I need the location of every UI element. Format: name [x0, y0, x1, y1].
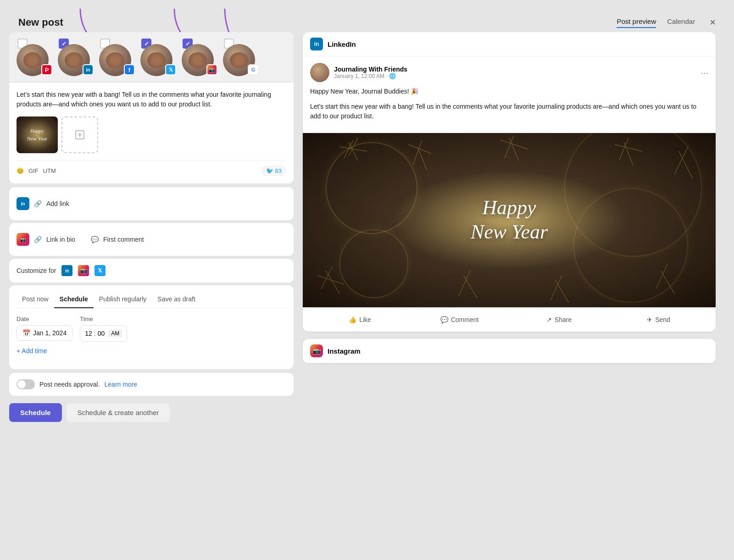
send-label: Send: [655, 316, 670, 323]
modal-title: New post: [18, 17, 63, 28]
chain-icon-bio: 🔗: [34, 236, 42, 243]
link-in-bio-label: Link in bio: [46, 236, 75, 243]
account-instagram[interactable]: 📷: [182, 38, 218, 74]
tab-publish-regularly[interactable]: Publish regularly: [94, 293, 152, 308]
date-group: Date 📅 Jan 1, 2024: [17, 316, 72, 342]
svg-line-20: [674, 147, 688, 174]
date-value: Jan 1, 2024: [33, 329, 67, 337]
comment-action[interactable]: 💬 Comment: [410, 312, 509, 327]
customize-label: Customize for: [17, 267, 56, 274]
chain-icon: 🔗: [34, 200, 42, 207]
gif-button[interactable]: GIF: [28, 167, 39, 174]
instagram-icon-bio: 📷: [17, 233, 29, 246]
time-minute: 00: [98, 330, 105, 337]
schedule-another-button[interactable]: Schedule & create another: [67, 403, 170, 422]
twitter-icon: 🐦: [266, 167, 273, 174]
utm-button[interactable]: UTM: [43, 167, 56, 174]
tab-calendar[interactable]: Calendar: [667, 17, 695, 28]
close-button[interactable]: ×: [710, 17, 716, 28]
badge-pinterest: P: [41, 64, 52, 75]
send-action[interactable]: ✈ Send: [609, 312, 708, 327]
account-google[interactable]: G: [223, 38, 260, 74]
svg-line-19: [679, 151, 693, 179]
tweet-char-count: 83: [275, 167, 282, 174]
linkedin-platform-header: in LinkedIn: [303, 32, 716, 56]
accounts-container: P in f: [9, 32, 294, 82]
svg-line-13: [509, 138, 518, 161]
schedule-button[interactable]: Schedule: [9, 403, 62, 422]
like-action[interactable]: 👍 Like: [310, 312, 410, 327]
media-thumbnail[interactable]: Happy New Year: [17, 116, 58, 153]
time-input[interactable]: 12 : 00 AM: [80, 325, 127, 342]
date-input[interactable]: 📅 Jan 1, 2024: [17, 325, 72, 341]
tab-schedule[interactable]: Schedule: [54, 293, 94, 308]
send-icon: ✈: [647, 316, 652, 323]
svg-line-29: [656, 264, 667, 289]
time-colon: :: [94, 330, 96, 337]
modal-body: P in f: [9, 32, 725, 550]
linkedin-icon: in: [17, 197, 29, 210]
add-media-button[interactable]: [61, 116, 98, 153]
customize-twitter-icon[interactable]: 𝕏: [95, 265, 106, 276]
account-facebook[interactable]: f: [99, 38, 136, 74]
preview-image: Happy New Year: [303, 133, 716, 307]
ampm-button[interactable]: AM: [108, 329, 122, 338]
like-label: Like: [359, 316, 371, 323]
svg-line-15: [500, 140, 528, 149]
add-link-label: Add link: [46, 200, 69, 207]
date-time-row: Date 📅 Jan 1, 2024 Time 12 : 00 AM: [17, 316, 286, 342]
account-pinterest[interactable]: P: [17, 38, 53, 74]
svg-line-14: [505, 135, 514, 158]
linkedin-add-link[interactable]: in 🔗 Add link: [17, 194, 286, 214]
instagram-platform-icon: 📷: [310, 344, 323, 357]
comment-icon: 💬: [91, 236, 99, 243]
calendar-icon: 📅: [22, 329, 30, 337]
learn-more-link[interactable]: Learn more: [105, 381, 138, 388]
badge-instagram: 📷: [206, 64, 217, 75]
account-twitter[interactable]: 𝕏: [140, 38, 177, 74]
header-right: Post preview Calendar ×: [617, 17, 716, 28]
svg-line-6: [349, 142, 358, 161]
add-time-button[interactable]: + Add time: [17, 347, 47, 355]
svg-line-17: [619, 138, 628, 161]
tab-post-now[interactable]: Post now: [17, 293, 54, 308]
share-action[interactable]: ↗ Share: [509, 312, 609, 327]
post-menu[interactable]: ···: [701, 67, 708, 78]
share-label: Share: [555, 316, 572, 323]
approval-row: Post needs approval. Learn more: [9, 373, 294, 396]
first-comment-label: First comment: [103, 236, 144, 243]
customize-instagram-icon[interactable]: 📷: [78, 265, 89, 276]
account-linkedin[interactable]: in: [58, 38, 95, 74]
approval-toggle[interactable]: [17, 379, 35, 389]
schedule-section: Post now Schedule Publish regularly Save…: [9, 285, 294, 369]
svg-line-18: [615, 144, 642, 151]
modal-overlay: New post Post preview Calendar ×: [9, 9, 725, 550]
right-panel: in LinkedIn Journaling With Friends Janu…: [294, 32, 725, 550]
badge-facebook: f: [124, 64, 135, 75]
time-hour: 12: [85, 330, 92, 337]
link-section: in 🔗 Add link: [9, 187, 294, 220]
emoji-button[interactable]: 😊: [17, 167, 24, 174]
post-tools: 😊 GIF UTM 🐦 83: [17, 161, 286, 176]
post-author-meta: January 1, 12:00 AM · 🌐: [334, 73, 696, 79]
badge-google: G: [248, 64, 259, 75]
svg-line-11: [413, 140, 422, 165]
customize-linkedin-icon[interactable]: in: [61, 265, 72, 276]
emoji-icon: 😊: [17, 167, 24, 174]
linkedin-platform-icon: in: [310, 38, 323, 50]
instagram-link-section: 📷 🔗 Link in bio 💬 First comment: [9, 223, 294, 256]
bottom-buttons: Schedule Schedule & create another: [9, 401, 294, 429]
preview-greeting: Happy New Year, Journal Buddies! 🎉: [310, 87, 708, 96]
schedule-tabs: Post now Schedule Publish regularly Save…: [17, 293, 286, 308]
post-avatar: [310, 63, 329, 82]
post-author-info: Journaling With Friends January 1, 12:00…: [334, 66, 696, 79]
linkedin-platform-label: LinkedIn: [328, 40, 356, 48]
tab-save-draft[interactable]: Save as draft: [152, 293, 201, 308]
tab-post-preview[interactable]: Post preview: [617, 17, 656, 28]
modal-header: New post Post preview Calendar ×: [9, 9, 725, 32]
post-content-area: Let's start this new year with a bang! T…: [9, 83, 294, 183]
instagram-preview-card: 📷 Instagram: [303, 339, 716, 363]
link-in-bio[interactable]: 📷 🔗 Link in bio 💬 First comment: [17, 229, 286, 250]
post-text[interactable]: Let's start this new year with a bang! T…: [17, 90, 286, 109]
preview-image-text: Happy New Year: [471, 196, 548, 244]
